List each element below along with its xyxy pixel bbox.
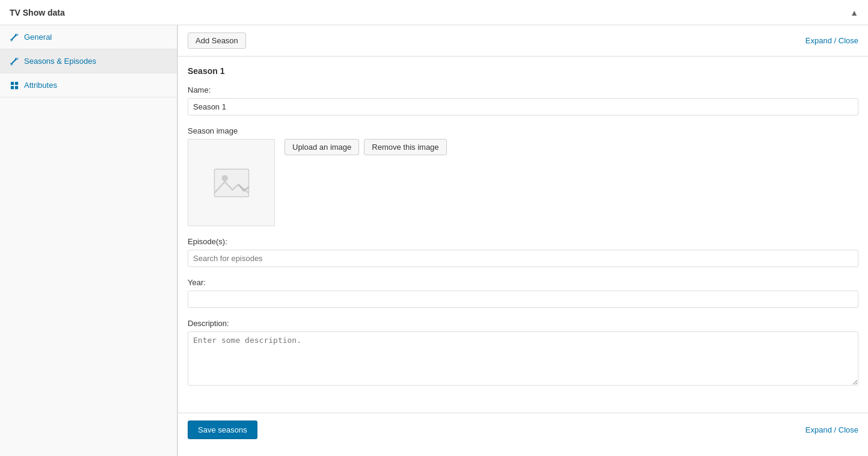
season-image-container: Upload an image Remove this image xyxy=(188,139,858,226)
page-wrapper: TV Show data ▲ General xyxy=(0,0,868,456)
sidebar-item-general-label: General xyxy=(24,32,52,42)
year-input[interactable] xyxy=(188,291,858,308)
sidebar-item-attributes-label: Attributes xyxy=(24,81,57,90)
bottom-toolbar: Save seasons Expand / Close xyxy=(178,413,868,446)
image-placeholder xyxy=(188,139,275,226)
year-label: Year: xyxy=(188,278,858,287)
top-bar: TV Show data ▲ xyxy=(0,0,868,25)
main-layout: General Seasons & Episodes xyxy=(0,25,868,456)
add-season-button[interactable]: Add Season xyxy=(188,32,246,49)
description-textarea[interactable] xyxy=(188,331,858,386)
placeholder-image-icon xyxy=(214,168,250,198)
svg-rect-4 xyxy=(214,169,248,197)
expand-close-link-bottom[interactable]: Expand / Close xyxy=(805,425,858,434)
svg-rect-2 xyxy=(11,85,14,88)
expand-close-link-top[interactable]: Expand / Close xyxy=(805,36,858,45)
remove-image-button[interactable]: Remove this image xyxy=(364,139,446,155)
episodes-label: Episode(s): xyxy=(188,237,858,246)
season-image-field: Season image xyxy=(188,126,858,226)
content-area: Add Season Expand / Close Season 1 Name:… xyxy=(177,25,868,456)
svg-point-5 xyxy=(221,174,228,181)
description-field: Description: xyxy=(188,319,858,387)
collapse-arrow[interactable]: ▲ xyxy=(850,8,858,17)
page-title: TV Show data xyxy=(10,8,65,17)
grid-icon xyxy=(10,81,19,90)
sidebar-item-general[interactable]: General xyxy=(0,25,177,49)
wrench-icon xyxy=(10,33,19,42)
season-section: Season 1 Name: Season image xyxy=(178,57,868,408)
name-label: Name: xyxy=(188,85,858,94)
sidebar-item-seasons-label: Seasons & Episodes xyxy=(24,57,96,66)
description-label: Description: xyxy=(188,319,858,328)
season-section-title: Season 1 xyxy=(188,66,858,76)
wrench-icon-2 xyxy=(10,57,19,66)
image-actions: Upload an image Remove this image xyxy=(285,139,447,155)
sidebar-item-seasons-episodes[interactable]: Seasons & Episodes xyxy=(0,49,177,73)
svg-rect-3 xyxy=(15,85,18,88)
upload-image-button[interactable]: Upload an image xyxy=(285,139,359,155)
svg-rect-0 xyxy=(11,81,14,84)
episodes-field: Episode(s): xyxy=(188,237,858,267)
episodes-input[interactable] xyxy=(188,250,858,267)
season-image-label: Season image xyxy=(188,126,858,135)
name-input[interactable] xyxy=(188,98,858,116)
sidebar-item-attributes[interactable]: Attributes xyxy=(0,73,177,97)
image-action-row: Upload an image Remove this image xyxy=(285,139,447,155)
sidebar: General Seasons & Episodes xyxy=(0,25,177,456)
save-seasons-button[interactable]: Save seasons xyxy=(188,421,257,439)
content-toolbar: Add Season Expand / Close xyxy=(178,25,868,57)
year-field: Year: xyxy=(188,278,858,308)
svg-rect-1 xyxy=(15,81,18,84)
name-field: Name: xyxy=(188,85,858,116)
